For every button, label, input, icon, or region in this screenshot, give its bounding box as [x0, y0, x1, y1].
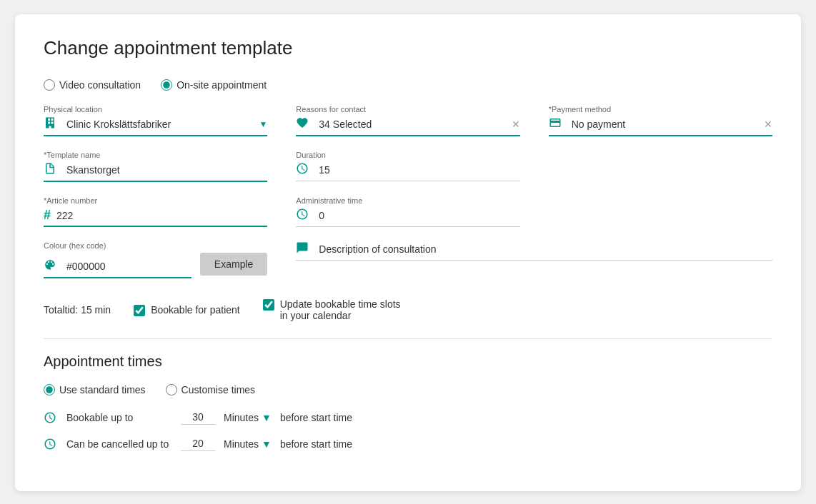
empty-cell-1: [549, 151, 772, 196]
bookable-for-patient-text: Bookable for patient: [151, 304, 240, 316]
payment-value: No payment: [572, 119, 761, 130]
onsite-radio[interactable]: [161, 79, 172, 91]
standard-times-radio[interactable]: [44, 384, 55, 395]
bookable-up-to-unit-row: Minutes ▼: [224, 412, 272, 423]
building-icon: [44, 116, 61, 132]
cancellable-up-to-suffix: before start time: [280, 438, 352, 450]
bookable-up-to-text: Bookable up to: [66, 412, 133, 423]
physical-location-row: Clinic Krokslättsfabriker ▼: [44, 116, 267, 136]
description-value: Description of consultation: [319, 243, 772, 255]
duration-field: Duration 15: [296, 151, 519, 182]
cancellable-up-to-arrow[interactable]: ▼: [262, 438, 272, 450]
payment-row: No payment ✕: [549, 116, 772, 136]
description-field: Description of consultation: [296, 241, 772, 278]
cancellable-up-to-value[interactable]: [181, 436, 215, 451]
totaltid-row: Totaltid: 15 min Bookable for patient Up…: [44, 298, 772, 321]
bookable-up-to-value[interactable]: [181, 410, 215, 425]
onsite-appointment-label: On-site appointment: [176, 79, 267, 91]
colour-row: #000000 Example: [44, 253, 267, 278]
colour-label: Colour (hex code): [44, 241, 267, 250]
appointment-type-row: Video consultation On-site appointment: [44, 79, 772, 91]
physical-location-label: Physical location: [44, 105, 267, 114]
video-radio[interactable]: [44, 79, 55, 91]
article-number-value: 222: [56, 210, 267, 221]
appointment-times-radio-row: Use standard times Customise times: [44, 384, 772, 395]
chat-icon: [296, 241, 313, 257]
admin-time-value: 0: [319, 210, 519, 221]
totaltid-text: Totaltid: 15 min: [44, 304, 111, 316]
admin-timer-icon: [296, 208, 313, 223]
form-grid: Physical location Clinic Krokslättsfabri…: [44, 105, 772, 293]
cancellable-up-to-unit-row: Minutes ▼: [224, 438, 272, 450]
empty-cell-2: [549, 196, 772, 241]
template-name-value: Skanstorget: [66, 164, 267, 176]
article-number-label: *Article number: [44, 196, 267, 205]
physical-location-field: Physical location Clinic Krokslättsfabri…: [44, 105, 267, 136]
cancellable-up-to-label: Can be cancelled up to: [44, 438, 172, 450]
description-row: Description of consultation: [296, 241, 772, 261]
bookable-for-patient-label[interactable]: Bookable for patient: [134, 304, 240, 316]
duration-label: Duration: [296, 151, 519, 159]
bookable-up-to-row: Bookable up to Minutes ▼ before start ti…: [44, 410, 772, 425]
card-icon: [549, 116, 566, 132]
example-button[interactable]: Example: [200, 253, 267, 276]
video-consultation-label: Video consultation: [59, 79, 141, 91]
onsite-appointment-option[interactable]: On-site appointment: [161, 79, 267, 91]
standard-times-label: Use standard times: [59, 384, 146, 395]
reasons-for-contact-field: Reasons for contact 34 Selected ✕: [296, 105, 519, 136]
update-bookable-slots-label[interactable]: Update bookable time slots in your calen…: [263, 298, 406, 321]
bookable-up-to-label: Bookable up to: [44, 411, 172, 424]
video-consultation-option[interactable]: Video consultation: [44, 79, 141, 91]
standard-times-option[interactable]: Use standard times: [44, 384, 146, 395]
colour-field: Colour (hex code) #000000 Example: [44, 241, 267, 278]
duration-value: 15: [319, 164, 519, 176]
update-bookable-slots-checkbox[interactable]: [263, 299, 274, 311]
appointment-template-card: Change appointment template Video consul…: [15, 14, 801, 491]
update-bookable-slots-text: Update bookable time slots in your calen…: [280, 298, 406, 321]
reasons-clear-icon[interactable]: ✕: [512, 119, 520, 130]
physical-location-arrow[interactable]: ▼: [259, 119, 267, 129]
bookable-up-to-unit: Minutes: [224, 412, 259, 423]
admin-time-row: 0: [296, 208, 519, 227]
divider: [44, 338, 772, 339]
template-name-label: *Template name: [44, 151, 267, 159]
customise-times-option[interactable]: Customise times: [166, 384, 255, 395]
page-title: Change appointment template: [44, 37, 772, 59]
article-number-row: # 222: [44, 208, 267, 227]
payment-label: *Payment method: [549, 105, 772, 114]
reasons-row: 34 Selected ✕: [296, 116, 519, 136]
physical-location-value: Clinic Krokslättsfabriker: [66, 119, 256, 130]
doc-icon: [44, 162, 61, 178]
colour-field-wrapper: #000000: [44, 258, 191, 278]
administrative-time-field: Administrative time 0: [296, 196, 519, 227]
reasons-value: 34 Selected: [319, 119, 508, 130]
cancellable-up-to-row: Can be cancelled up to Minutes ▼ before …: [44, 436, 772, 451]
template-name-field: *Template name Skanstorget: [44, 151, 267, 182]
reasons-label: Reasons for contact: [296, 105, 519, 114]
template-name-row: Skanstorget: [44, 162, 267, 182]
customise-times-label: Customise times: [181, 384, 255, 395]
bookable-up-to-arrow[interactable]: ▼: [262, 412, 272, 423]
palette-icon: [44, 258, 61, 274]
hash-icon: #: [44, 208, 51, 223]
customise-times-radio[interactable]: [166, 384, 177, 395]
duration-timer-icon: [296, 162, 313, 178]
admin-time-label: Administrative time: [296, 196, 519, 205]
colour-input-row: #000000: [44, 258, 191, 278]
bookable-for-patient-checkbox[interactable]: [134, 305, 145, 316]
duration-row: 15: [296, 162, 519, 181]
heart-icon: [296, 116, 313, 132]
payment-method-field: *Payment method No payment ✕: [549, 105, 772, 136]
bookable-up-to-suffix: before start time: [280, 412, 352, 423]
article-number-field: *Article number # 222: [44, 196, 267, 227]
colour-value: #000000: [66, 261, 191, 272]
payment-clear-icon[interactable]: ✕: [764, 119, 772, 130]
cancellable-up-to-unit: Minutes: [224, 438, 259, 450]
cancellable-up-to-text: Can be cancelled up to: [66, 438, 169, 450]
appointment-times-title: Appointment times: [44, 353, 772, 370]
